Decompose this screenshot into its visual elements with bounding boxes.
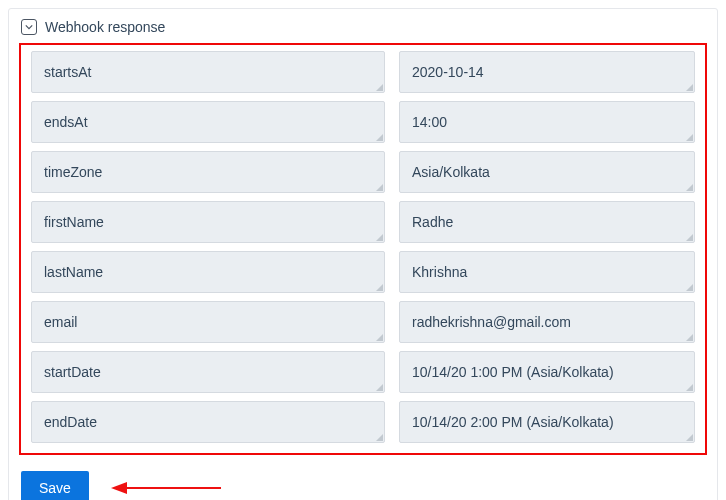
field-key-cell[interactable]: timeZone [31,151,385,193]
resize-grip-icon[interactable] [376,234,383,241]
field-row: startsAt 2020-10-14 [31,51,695,93]
field-key-label: email [44,314,77,330]
field-key-label: startDate [44,364,101,380]
field-key-cell[interactable]: email [31,301,385,343]
field-key-label: endDate [44,414,97,430]
field-value-cell[interactable]: 14:00 [399,101,695,143]
save-button[interactable]: Save [21,471,89,500]
resize-grip-icon[interactable] [376,334,383,341]
field-key-cell[interactable]: endsAt [31,101,385,143]
field-row: endDate 10/14/20 2:00 PM (Asia/Kolkata) [31,401,695,443]
field-row: endsAt 14:00 [31,101,695,143]
field-value-cell[interactable]: Asia/Kolkata [399,151,695,193]
field-value-cell[interactable]: Radhe [399,201,695,243]
field-key-cell[interactable]: endDate [31,401,385,443]
collapse-toggle[interactable] [21,19,37,35]
field-value-label: 10/14/20 1:00 PM (Asia/Kolkata) [412,364,614,380]
field-value-label: radhekrishna@gmail.com [412,314,571,330]
field-key-label: firstName [44,214,104,230]
resize-grip-icon[interactable] [686,134,693,141]
field-value-label: 14:00 [412,114,447,130]
field-value-cell[interactable]: Khrishna [399,251,695,293]
field-row: firstName Radhe [31,201,695,243]
field-value-label: 10/14/20 2:00 PM (Asia/Kolkata) [412,414,614,430]
section-header: Webhook response [19,17,707,37]
field-row: startDate 10/14/20 1:00 PM (Asia/Kolkata… [31,351,695,393]
resize-grip-icon[interactable] [686,84,693,91]
field-value-label: Radhe [412,214,453,230]
field-value-cell[interactable]: 2020-10-14 [399,51,695,93]
field-key-label: lastName [44,264,103,280]
field-key-label: endsAt [44,114,88,130]
webhook-response-panel: Webhook response startsAt 2020-10-14 end… [8,8,718,500]
resize-grip-icon[interactable] [376,434,383,441]
field-value-label: Khrishna [412,264,467,280]
field-key-cell[interactable]: startDate [31,351,385,393]
resize-grip-icon[interactable] [376,84,383,91]
resize-grip-icon[interactable] [376,384,383,391]
resize-grip-icon[interactable] [686,334,693,341]
field-key-label: startsAt [44,64,91,80]
field-row: lastName Khrishna [31,251,695,293]
resize-grip-icon[interactable] [686,234,693,241]
field-key-label: timeZone [44,164,102,180]
svg-marker-1 [111,482,127,494]
field-value-label: 2020-10-14 [412,64,484,80]
footer-actions: Save [19,471,707,500]
field-value-label: Asia/Kolkata [412,164,490,180]
field-value-cell[interactable]: radhekrishna@gmail.com [399,301,695,343]
resize-grip-icon[interactable] [686,184,693,191]
resize-grip-icon[interactable] [686,434,693,441]
field-value-cell[interactable]: 10/14/20 2:00 PM (Asia/Kolkata) [399,401,695,443]
resize-grip-icon[interactable] [686,284,693,291]
field-key-cell[interactable]: lastName [31,251,385,293]
arrow-left-icon [111,479,221,497]
field-key-cell[interactable]: startsAt [31,51,385,93]
field-value-cell[interactable]: 10/14/20 1:00 PM (Asia/Kolkata) [399,351,695,393]
field-key-cell[interactable]: firstName [31,201,385,243]
resize-grip-icon[interactable] [376,134,383,141]
resize-grip-icon[interactable] [376,184,383,191]
field-row: timeZone Asia/Kolkata [31,151,695,193]
resize-grip-icon[interactable] [376,284,383,291]
response-fields-highlight: startsAt 2020-10-14 endsAt 14:00 timeZon… [19,43,707,455]
section-title: Webhook response [45,19,165,35]
resize-grip-icon[interactable] [686,384,693,391]
chevron-down-icon [25,23,33,31]
field-row: email radhekrishna@gmail.com [31,301,695,343]
